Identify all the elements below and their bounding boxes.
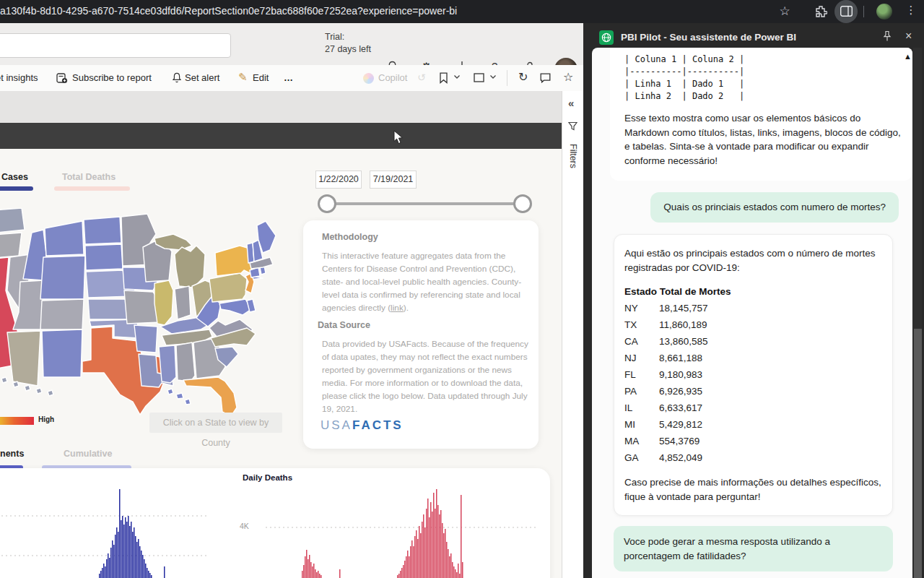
state-NM[interactable] xyxy=(42,329,82,377)
left-histogram-bar[interactable] xyxy=(113,545,115,578)
daily-deaths-bar[interactable] xyxy=(401,568,403,578)
left-histogram-bar[interactable] xyxy=(123,525,125,578)
daily-deaths-bar[interactable] xyxy=(440,510,442,578)
daily-deaths-bar[interactable] xyxy=(429,517,430,578)
left-histogram-bar[interactable] xyxy=(109,558,110,578)
side-panel-icon[interactable] xyxy=(840,6,853,17)
daily-deaths-bar[interactable] xyxy=(302,571,303,578)
tab-increments[interactable]: nents xyxy=(0,449,24,459)
us-choropleth-map[interactable] xyxy=(0,208,303,419)
state-MT[interactable] xyxy=(45,221,84,256)
state-IN[interactable] xyxy=(175,286,191,319)
left-histogram-bar[interactable] xyxy=(134,527,135,578)
daily-deaths-bar[interactable] xyxy=(437,505,439,578)
daily-histograms[interactable] xyxy=(0,468,550,578)
browser-menu-icon[interactable]: ⋮ xyxy=(902,4,920,17)
state-IL[interactable] xyxy=(154,280,173,325)
state-HI3[interactable] xyxy=(185,399,191,405)
state-AK5[interactable] xyxy=(48,390,53,396)
left-histogram-bar[interactable] xyxy=(118,532,119,578)
daily-deaths-bar[interactable] xyxy=(410,546,411,578)
scroll-up-icon[interactable]: ▲ xyxy=(904,52,912,61)
daily-deaths-bar[interactable] xyxy=(462,562,463,578)
daily-deaths-bar[interactable] xyxy=(315,569,316,578)
state-AK1[interactable] xyxy=(1,377,7,383)
daily-deaths-bar[interactable] xyxy=(404,561,406,578)
set-alert-button[interactable]: Set alert xyxy=(185,72,219,83)
left-histogram-bar[interactable] xyxy=(115,535,116,578)
methodology-link[interactable]: link xyxy=(391,303,404,313)
state-AL[interactable] xyxy=(176,342,195,381)
tab-cumulative[interactable]: Cumulative xyxy=(64,449,112,459)
date-slider-handle-end[interactable] xyxy=(513,194,532,213)
daily-deaths-bar[interactable] xyxy=(448,549,449,578)
daily-deaths-bar[interactable] xyxy=(306,550,308,578)
bookmark-chevron-icon[interactable] xyxy=(453,74,461,79)
view-chevron-icon[interactable] xyxy=(489,74,497,79)
left-histogram-bar[interactable] xyxy=(108,553,109,578)
state-PA[interactable] xyxy=(209,273,247,302)
left-histogram-bar[interactable] xyxy=(102,568,103,578)
daily-deaths-bar[interactable] xyxy=(422,522,423,578)
state-MI[interactable] xyxy=(175,246,205,288)
daily-deaths-bar[interactable] xyxy=(453,566,455,578)
daily-deaths-bar[interactable] xyxy=(303,565,305,578)
date-slider-track[interactable] xyxy=(326,202,522,205)
tab-cases[interactable]: Cases xyxy=(1,172,28,182)
comments-icon[interactable] xyxy=(540,73,551,83)
daily-deaths-bar[interactable] xyxy=(443,533,445,578)
daily-deaths-bar[interactable] xyxy=(445,529,446,578)
left-histogram-bar[interactable] xyxy=(119,489,121,578)
left-histogram-bar[interactable] xyxy=(147,568,148,578)
filter-funnel-icon[interactable] xyxy=(568,121,578,131)
bookmark-icon[interactable] xyxy=(439,72,448,84)
daily-deaths-bar[interactable] xyxy=(414,536,416,578)
daily-deaths-bar[interactable] xyxy=(312,566,313,578)
left-histogram-bar[interactable] xyxy=(112,540,113,578)
daily-deaths-bar[interactable] xyxy=(455,569,456,578)
state-ND[interactable] xyxy=(84,217,121,244)
left-histogram-bar[interactable] xyxy=(135,536,136,578)
daily-deaths-bar[interactable] xyxy=(310,562,312,578)
daily-deaths-bar[interactable] xyxy=(430,502,432,578)
left-histogram-bar[interactable] xyxy=(100,571,102,578)
pin-icon[interactable] xyxy=(882,30,892,42)
bookmark-star-icon[interactable]: ☆ xyxy=(776,4,793,19)
daily-deaths-bar[interactable] xyxy=(397,575,398,578)
left-histogram-bar[interactable] xyxy=(110,548,112,578)
view-frame-icon[interactable] xyxy=(474,73,484,82)
left-histogram-bar[interactable] xyxy=(132,532,134,578)
daily-deaths-bar[interactable] xyxy=(305,556,306,578)
daily-deaths-bar[interactable] xyxy=(403,565,404,578)
daily-deaths-bar[interactable] xyxy=(456,572,458,578)
get-insights-button[interactable]: et insights xyxy=(0,72,38,83)
daily-deaths-bar[interactable] xyxy=(450,553,452,578)
daily-deaths-bar[interactable] xyxy=(406,556,407,578)
state-FL[interactable] xyxy=(183,377,237,416)
left-histogram-bar[interactable] xyxy=(116,527,118,578)
left-histogram-bar[interactable] xyxy=(99,574,100,578)
subscribe-button[interactable]: Subscribe to report xyxy=(72,72,152,83)
usafacts-logo[interactable]: USAFACTS xyxy=(321,418,404,433)
state-AK4[interactable] xyxy=(36,388,42,394)
daily-deaths-bar[interactable] xyxy=(420,533,422,578)
left-histogram-bar[interactable] xyxy=(129,526,131,578)
daily-deaths-bar[interactable] xyxy=(446,542,448,578)
daily-deaths-bar[interactable] xyxy=(459,574,461,578)
left-histogram-bar[interactable] xyxy=(106,559,108,578)
daily-deaths-bar[interactable] xyxy=(416,530,417,578)
left-histogram-bar[interactable] xyxy=(142,555,144,578)
daily-deaths-bar[interactable] xyxy=(452,562,453,578)
state-AZ[interactable] xyxy=(7,331,40,386)
panel-scrollbar-thumb[interactable] xyxy=(914,329,922,578)
left-histogram-bar[interactable] xyxy=(164,566,165,578)
state-AR[interactable] xyxy=(134,325,157,353)
date-start-box[interactable]: 1/22/2020 xyxy=(315,171,362,189)
daily-deaths-bar[interactable] xyxy=(411,540,413,578)
state-MS[interactable] xyxy=(159,345,176,383)
close-icon[interactable]: × xyxy=(905,30,912,43)
filters-pane-label[interactable]: Filters xyxy=(568,144,578,164)
daily-deaths-bar[interactable] xyxy=(436,489,437,578)
daily-deaths-bar[interactable] xyxy=(426,509,427,578)
browser-profile-avatar[interactable] xyxy=(876,4,892,20)
